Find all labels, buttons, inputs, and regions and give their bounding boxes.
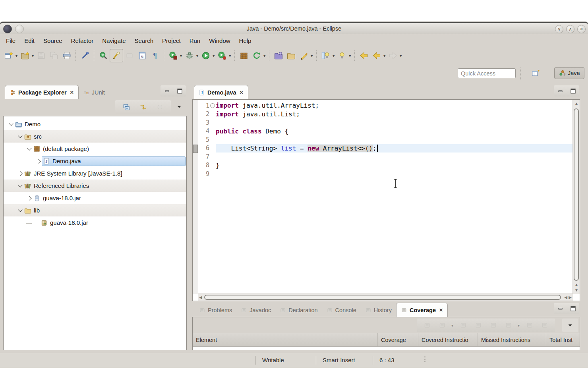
show-whitespace-button[interactable]: ¶ [149, 49, 161, 62]
close-icon[interactable]: ✕ [240, 90, 244, 95]
tab-javadoc[interactable]: Javadoc [236, 303, 275, 317]
column-header-total-inst[interactable]: Total Inst [546, 333, 580, 346]
vertical-scrollbar[interactable]: ▲ ▲ ▼ [573, 100, 580, 294]
annotation-bulb-button[interactable] [319, 49, 332, 62]
back-button[interactable] [370, 49, 383, 62]
forward-button[interactable] [387, 49, 399, 62]
scroll-right-icon[interactable]: ▶ [569, 295, 572, 299]
focus-button[interactable] [153, 100, 166, 113]
tab-coverage[interactable]: Coverage✕ [396, 303, 448, 317]
scroll-up-icon[interactable]: ▲ [574, 102, 578, 106]
minimize-view-icon[interactable] [555, 304, 565, 313]
dropdown-icon[interactable]: ▾ [383, 54, 385, 58]
dropdown-icon[interactable]: ▾ [263, 54, 265, 58]
tab-package-explorer[interactable]: Package Explorer ✕ [5, 85, 79, 99]
horizontal-scrollbar[interactable]: ◀ ◀ ▶ [198, 294, 573, 301]
dropdown-icon[interactable]: ▾ [180, 54, 182, 58]
dropdown-icon[interactable]: ▾ [311, 54, 313, 58]
menu-file[interactable]: File [2, 36, 20, 46]
remove-all-sessions-button[interactable] [472, 319, 485, 332]
column-header-missed-instructions[interactable]: Missed Instructions [478, 333, 546, 346]
column-header-covered-instructio[interactable]: Covered Instructio [418, 333, 478, 346]
menu-refactor[interactable]: Refactor [67, 36, 98, 46]
dropdown-icon[interactable]: ▾ [229, 54, 231, 58]
collapse-all-button[interactable] [120, 100, 133, 113]
tree-item-guava-18-0-jar[interactable]: guava-18.0.jar [4, 192, 186, 204]
dump-execution-button[interactable] [436, 319, 449, 332]
collapse-arrow-icon[interactable] [17, 209, 23, 211]
dropdown-icon[interactable]: ▾ [196, 54, 198, 58]
tree-item-guava-18-0-jar[interactable]: guava-18.0.jar [4, 216, 186, 229]
fold-collapse-icon[interactable]: − [209, 103, 216, 108]
dropdown-icon[interactable]: ▾ [333, 54, 335, 58]
menu-project[interactable]: Project [158, 36, 185, 46]
menu-navigate[interactable]: Navigate [98, 36, 130, 46]
quick-access-input[interactable] [458, 68, 516, 78]
collapse-rows-button[interactable] [523, 319, 536, 332]
maximize-view-icon[interactable] [175, 86, 184, 96]
collapse-arrow-icon[interactable] [17, 135, 23, 137]
new-java-project-button[interactable] [19, 49, 31, 62]
expand-arrow-icon[interactable] [17, 172, 23, 175]
skip-breakpoints-button[interactable] [79, 49, 91, 62]
menu-window[interactable]: Window [205, 36, 234, 46]
tree-item-jre-system-library-javase-1-8[interactable]: JRE System Library [JavaSE-1.8] [4, 167, 186, 180]
code-line-7[interactable]: 7 [198, 153, 573, 161]
close-icon[interactable]: ✕ [70, 90, 74, 95]
new-wizard-button[interactable] [2, 49, 15, 62]
debug-search-button[interactable] [97, 49, 110, 62]
code-line-1[interactable]: 1−import java.util.ArrayList; [198, 101, 573, 110]
dropdown-icon[interactable]: ▾ [518, 323, 520, 328]
open-perspective-button[interactable] [528, 68, 543, 79]
tree-item-src[interactable]: src [4, 130, 186, 143]
debug-button[interactable] [183, 49, 196, 62]
tree-item-lib[interactable]: lib [4, 204, 186, 216]
save-all-button[interactable] [48, 49, 60, 62]
import-button[interactable] [272, 49, 285, 62]
search-pencil-button[interactable] [298, 49, 310, 62]
tab-problems[interactable]: Problems [195, 303, 236, 317]
dropdown-icon[interactable]: ▾ [213, 54, 215, 58]
tree-item-demo[interactable]: Demo [4, 118, 186, 130]
close-icon[interactable]: ✕ [439, 307, 443, 313]
code-lines[interactable]: 1−import java.util.ArrayList;2import jav… [198, 100, 573, 294]
refresh-session-button[interactable] [421, 319, 433, 332]
export-button[interactable] [285, 49, 298, 62]
code-line-4[interactable]: 4public class Demo { [198, 127, 573, 136]
scroll-left-icon[interactable]: ◀ [199, 295, 202, 299]
collapse-arrow-icon[interactable] [8, 123, 14, 125]
tab-declaration[interactable]: Declaration [275, 303, 322, 317]
last-edit-location-button[interactable] [358, 49, 370, 62]
dropdown-icon[interactable]: ▾ [451, 323, 453, 328]
tab-console[interactable]: Console [322, 303, 361, 317]
maximize-view-icon[interactable] [568, 304, 578, 313]
menu-edit[interactable]: Edit [20, 36, 39, 46]
scroll-down-icon[interactable]: ▼ [574, 288, 578, 292]
minimize-view-icon[interactable] [555, 86, 565, 96]
run-button[interactable] [199, 49, 212, 62]
refresh-button[interactable] [250, 49, 263, 62]
tree-item-default-package[interactable]: (default package) [4, 143, 186, 155]
minimize-icon[interactable]: ∨ [555, 25, 563, 33]
dropdown-icon[interactable]: ▾ [400, 54, 402, 58]
column-header-coverage[interactable]: Coverage [378, 333, 418, 346]
expand-arrow-icon[interactable] [35, 160, 42, 163]
print-button[interactable] [60, 49, 73, 62]
tab-junit[interactable]: Ju JUnit [79, 86, 109, 99]
java-perspective-button[interactable]: J Java [554, 67, 584, 79]
scroll-left2-icon[interactable]: ◀ [564, 295, 567, 299]
remove-session-button[interactable] [457, 319, 470, 332]
maximize-view-icon[interactable] [568, 86, 578, 96]
menu-search[interactable]: Search [130, 36, 158, 46]
menu-source[interactable]: Source [39, 36, 67, 46]
import-session-button[interactable] [502, 319, 515, 332]
collapse-arrow-icon[interactable] [17, 185, 23, 187]
open-element-button[interactable]: u [136, 49, 149, 62]
code-line-9[interactable]: 9 [198, 170, 573, 178]
scroll-up2-icon[interactable]: ▲ [574, 283, 578, 287]
minimize-view-icon[interactable] [162, 86, 172, 96]
code-line-6[interactable]: 6 List<String> list = new ArrayList<>(); [198, 144, 573, 153]
code-editor[interactable]: 1−import java.util.ArrayList;2import jav… [192, 99, 580, 301]
tab-history[interactable]: History [361, 303, 396, 317]
tree-item-demo-java[interactable]: JDemo.java [4, 155, 186, 167]
